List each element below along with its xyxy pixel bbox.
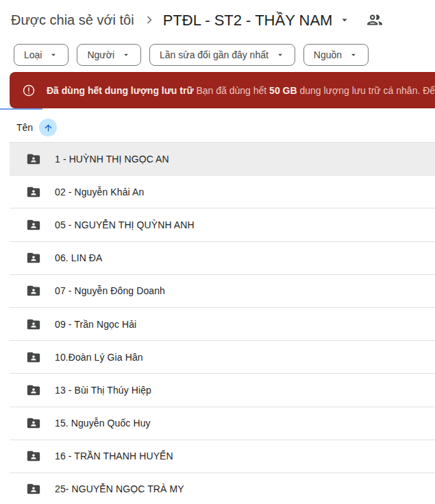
folder-row[interactable]: 16 - TRẦN THANH HUYỂN xyxy=(10,440,435,472)
banner-body-suffix: dung lượng lưu trữ cá nhân. Để xyxy=(299,85,435,96)
banner-amount: 50 GB xyxy=(269,85,297,96)
folder-list: 1 - HUỲNH THỊ NGỌC AN 02 - Nguyễn Khải A… xyxy=(10,142,435,504)
sort-direction-badge[interactable] xyxy=(39,119,57,136)
page-title: PTĐL - ST2 - THẦY NAM xyxy=(163,12,333,29)
folder-row-label: 02 - Nguyễn Khải An xyxy=(55,187,144,197)
folder-row-label: 13 - Bùi Thị Thúy Hiệp xyxy=(55,385,151,396)
sort-by-name-header[interactable]: Tên xyxy=(0,108,78,137)
shared-folder-icon xyxy=(26,383,41,398)
filter-bar: Loại Người Lần sửa đổi gần đây nhất Nguồ… xyxy=(0,32,435,66)
chevron-right-icon xyxy=(142,13,156,29)
shared-folder-icon xyxy=(26,416,41,431)
folder-row-label: 05 - NGUYỄN THỊ QUỲNH ANH xyxy=(55,219,195,230)
caret-down-icon xyxy=(49,50,58,60)
storage-full-banner: Đã dùng hết dung lượng lưu trữ Bạn đã dù… xyxy=(10,72,435,108)
caret-down-icon xyxy=(121,50,131,60)
filter-chip-source[interactable]: Nguồn xyxy=(303,44,369,66)
folder-row-label: 1 - HUỲNH THỊ NGỌC AN xyxy=(55,154,169,165)
alert-circle-icon xyxy=(22,84,36,97)
banner-message: Đã dùng hết dung lượng lưu trữ Bạn đã dù… xyxy=(47,85,435,96)
filter-chip-modified[interactable]: Lần sửa đổi gần đây nhất xyxy=(149,44,295,66)
arrow-up-icon xyxy=(43,123,53,133)
folder-row[interactable]: 10.Đoàn Lý Gia Hân xyxy=(10,340,435,373)
folder-row-label: 10.Đoàn Lý Gia Hân xyxy=(55,352,143,363)
shared-folder-icon xyxy=(26,317,41,332)
name-column-label: Tên xyxy=(16,122,33,133)
folder-row[interactable]: 25- NGUYỄN NGỌC TRÀ MY xyxy=(10,472,435,504)
folder-row-label: 16 - TRẦN THANH HUYỂN xyxy=(55,451,173,461)
banner-body-prefix: Bạn đã dùng hết xyxy=(196,85,266,96)
folder-row[interactable]: 06. LIN ĐA xyxy=(10,241,435,274)
folder-row-label: 09 - Trần Ngọc Hải xyxy=(55,319,136,330)
folder-row-label: 06. LIN ĐA xyxy=(55,252,102,263)
folder-row-label: 15. Nguyễn Quốc Huy xyxy=(55,418,151,429)
caret-down-icon xyxy=(338,14,351,29)
caret-down-icon xyxy=(349,50,358,60)
filter-chip-source-label: Nguồn xyxy=(314,49,342,60)
folder-row[interactable]: 13 - Bùi Thị Thúy Hiệp xyxy=(10,373,435,406)
shared-folder-icon xyxy=(26,152,41,167)
folder-row[interactable]: 09 - Trần Ngọc Hải xyxy=(10,307,435,340)
breadcrumb: Được chia sẻ với tôi PTĐL - ST2 - THẦY N… xyxy=(0,0,435,32)
shared-folder-icon xyxy=(26,184,41,200)
shared-folder-icon xyxy=(26,481,41,496)
breadcrumb-current-folder[interactable]: PTĐL - ST2 - THẦY NAM xyxy=(163,12,351,29)
shared-folder-icon xyxy=(26,217,41,232)
filter-chip-people-label: Người xyxy=(87,49,114,60)
folder-row-label: 25- NGUYỄN NGỌC TRÀ MY xyxy=(55,483,184,494)
shared-folder-icon xyxy=(26,350,41,365)
shared-folder-icon xyxy=(26,283,41,298)
banner-title: Đã dùng hết dung lượng lưu trữ xyxy=(47,85,194,96)
filter-chip-type-label: Loại xyxy=(24,49,42,60)
folder-row[interactable]: 05 - NGUYỄN THỊ QUỲNH ANH xyxy=(10,208,435,241)
filter-chip-people[interactable]: Người xyxy=(77,44,141,66)
folder-row[interactable]: 02 - Nguyễn Khải An xyxy=(10,175,435,208)
caret-down-icon xyxy=(275,50,285,60)
people-icon[interactable] xyxy=(366,11,384,32)
blue-divider-line xyxy=(0,108,42,110)
folder-row[interactable]: 07 - Nguyễn Đông Doanh xyxy=(10,274,435,307)
filter-chip-type[interactable]: Loại xyxy=(14,44,69,66)
shared-folder-icon xyxy=(26,250,41,265)
shared-folder-icon xyxy=(26,448,41,464)
filter-chip-modified-label: Lần sửa đổi gần đây nhất xyxy=(160,49,269,60)
folder-row-label: 07 - Nguyễn Đông Doanh xyxy=(55,285,165,296)
breadcrumb-parent[interactable]: Được chia sẻ với tôi xyxy=(11,12,134,28)
folder-row[interactable]: 15. Nguyễn Quốc Huy xyxy=(10,407,435,440)
folder-row[interactable]: 1 - HUỲNH THỊ NGỌC AN xyxy=(10,142,435,175)
